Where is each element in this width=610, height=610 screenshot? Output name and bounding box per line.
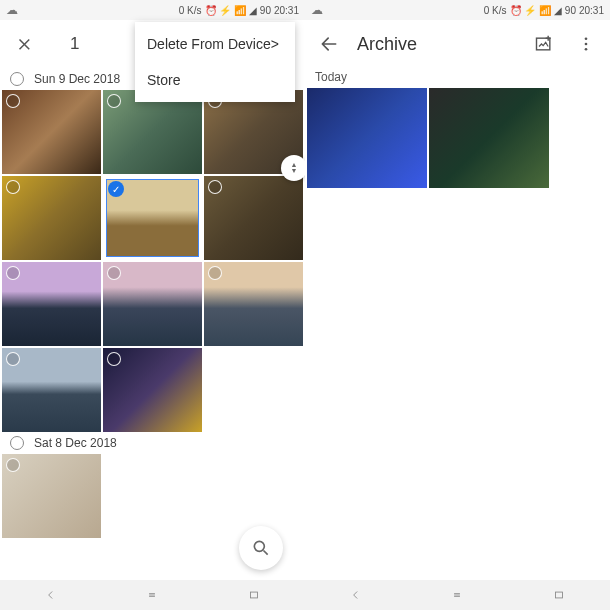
photo-thumb[interactable] (103, 262, 202, 346)
cloud-icon: ☁ (311, 3, 323, 17)
photo-thumb[interactable] (103, 348, 202, 432)
select-radio[interactable] (107, 352, 121, 366)
menu-delete-device[interactable]: Delete From Device> (135, 26, 295, 62)
date-label: Sun 9 Dec 2018 (34, 72, 120, 86)
archive-grid (305, 88, 610, 188)
select-day-radio[interactable] (10, 436, 24, 450)
svg-point-6 (585, 43, 588, 46)
photo-thumb-selected[interactable]: ✓ (103, 176, 202, 260)
archive-app-bar: Archive (305, 20, 610, 68)
home-nav-icon[interactable] (447, 588, 467, 602)
net-speed: 0 K/s (179, 5, 202, 16)
svg-rect-2 (150, 596, 156, 597)
overflow-menu: Delete From Device> Store (135, 22, 295, 102)
photo-grid: ✓ (0, 90, 305, 432)
svg-rect-10 (556, 592, 563, 598)
select-radio[interactable] (6, 266, 20, 280)
system-nav-bar (0, 580, 305, 610)
cloud-icon: ☁ (6, 3, 18, 17)
date-section-2[interactable]: Sat 8 Dec 2018 (0, 432, 305, 454)
select-radio[interactable] (6, 94, 20, 108)
select-radio[interactable] (107, 266, 121, 280)
check-icon: ✓ (108, 181, 124, 197)
select-radio[interactable] (6, 352, 20, 366)
recents-nav-icon[interactable] (549, 588, 569, 602)
archive-thumb[interactable] (429, 88, 549, 188)
page-title: Archive (357, 34, 516, 55)
archive-thumb[interactable] (307, 88, 427, 188)
svg-point-0 (254, 541, 264, 551)
back-icon[interactable] (317, 32, 341, 56)
svg-rect-3 (251, 592, 258, 598)
select-radio[interactable] (208, 266, 222, 280)
photo-thumb[interactable] (2, 348, 101, 432)
search-fab[interactable] (239, 526, 283, 570)
menu-store[interactable]: Store (135, 62, 295, 98)
svg-rect-9 (455, 596, 461, 597)
photo-thumb[interactable] (204, 262, 303, 346)
select-radio[interactable] (208, 180, 222, 194)
photo-thumb[interactable] (2, 454, 101, 538)
status-bar: ☁ 0 K/s ⏰ ⚡ 📶 ◢ 90 20:31 (305, 0, 610, 20)
select-day-radio[interactable] (10, 72, 24, 86)
svg-rect-1 (150, 593, 156, 594)
status-bar: ☁ 0 K/s ⏰ ⚡ 📶 ◢ 90 20:31 (0, 0, 305, 20)
date-label: Sat 8 Dec 2018 (34, 436, 117, 450)
battery-level: 90 (565, 5, 576, 16)
close-icon[interactable] (12, 32, 36, 56)
magnify-icon (251, 538, 271, 558)
select-radio[interactable] (107, 94, 121, 108)
photo-thumb[interactable] (2, 176, 101, 260)
svg-point-7 (585, 48, 588, 51)
status-icons: ⏰ ⚡ 📶 ◢ (205, 5, 257, 16)
clock: 20:31 (579, 5, 604, 16)
select-radio[interactable] (6, 458, 20, 472)
back-nav-icon[interactable] (41, 588, 61, 602)
svg-rect-8 (455, 593, 461, 594)
photo-thumb[interactable] (204, 176, 303, 260)
clock: 20:31 (274, 5, 299, 16)
select-radio[interactable] (6, 180, 20, 194)
recents-nav-icon[interactable] (244, 588, 264, 602)
battery-level: 90 (260, 5, 271, 16)
archive-subheader: Today (305, 68, 610, 88)
add-photo-icon[interactable] (532, 32, 556, 56)
photo-thumb[interactable] (2, 90, 101, 174)
right-screen: ☁ 0 K/s ⏰ ⚡ 📶 ◢ 90 20:31 Archive Today (305, 0, 610, 610)
photo-thumb[interactable] (2, 262, 101, 346)
status-icons: ⏰ ⚡ 📶 ◢ (510, 5, 562, 16)
system-nav-bar (305, 580, 610, 610)
fast-scroll-handle[interactable]: ▲▼ (281, 155, 305, 181)
photo-thumb[interactable] (103, 90, 202, 174)
svg-point-5 (585, 37, 588, 40)
net-speed: 0 K/s (484, 5, 507, 16)
selection-count: 1 (70, 34, 79, 54)
home-nav-icon[interactable] (142, 588, 162, 602)
left-screen: ☁ 0 K/s ⏰ ⚡ 📶 ◢ 90 20:31 1 Delete From D… (0, 0, 305, 610)
back-nav-icon[interactable] (346, 588, 366, 602)
more-icon[interactable] (574, 32, 598, 56)
